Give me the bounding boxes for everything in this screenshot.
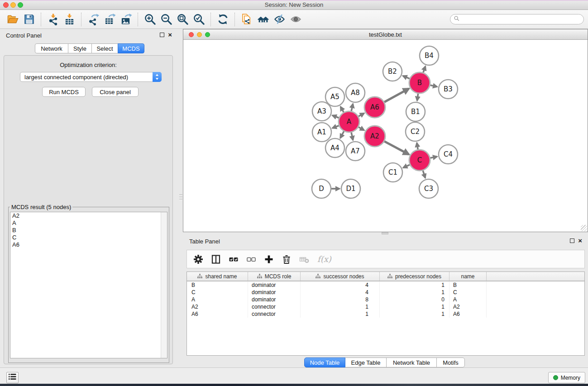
cell-shared-name[interactable]: A6 [187, 310, 248, 318]
import-table-button[interactable] [61, 12, 77, 27]
graph-node-C4[interactable]: C4 [439, 145, 458, 164]
graph-node-A6[interactable]: A6 [364, 97, 385, 118]
graph-edge-A-A2[interactable] [358, 127, 364, 130]
graph-edge-A6-B[interactable] [384, 89, 409, 102]
cell-MCDS-role[interactable]: connector [248, 303, 301, 310]
cell-shared-name[interactable]: C [187, 289, 248, 296]
graph-node-C1[interactable]: C1 [383, 163, 402, 182]
memory-button[interactable]: Memory [548, 372, 585, 383]
mcds-result-item[interactable]: C [10, 234, 167, 241]
mcds-result-list[interactable]: A2ABCA6 [10, 212, 167, 358]
table-row[interactable]: A2connector11A2 [187, 303, 584, 310]
column-header-name[interactable]: name [449, 272, 487, 281]
tab-network[interactable]: Network [35, 43, 68, 53]
close-table-panel-icon[interactable]: × [578, 238, 582, 243]
cell-shared-name[interactable]: A2 [187, 303, 248, 310]
cell-successor-nodes[interactable]: 4 [301, 289, 380, 296]
close-panel-icon[interactable]: × [168, 33, 172, 37]
graph-edge-C-C3[interactable] [423, 170, 425, 178]
cell-MCDS-role[interactable]: dominator [248, 296, 301, 303]
import-network-button[interactable] [45, 12, 61, 27]
graph-node-A1[interactable]: A1 [312, 123, 331, 142]
table-row[interactable]: Adominator80A [187, 296, 584, 303]
table-row[interactable]: Cdominator41C [187, 289, 584, 296]
criterion-dropdown[interactable]: largest connected component (directed) [20, 72, 162, 82]
graph-node-A2[interactable]: A2 [364, 126, 385, 147]
zoom-selected-button[interactable] [191, 12, 207, 27]
export-table-button[interactable] [101, 12, 118, 27]
delete-column-icon[interactable] [299, 254, 309, 264]
add-row-icon[interactable] [264, 254, 274, 264]
function-icon[interactable]: f(x) [317, 254, 333, 264]
export-network-button[interactable] [85, 12, 101, 27]
split-columns-icon[interactable] [211, 254, 221, 264]
cell-name[interactable]: C [449, 289, 487, 296]
cell-successor-nodes[interactable]: 1 [301, 310, 380, 318]
graph-edge-A-A6[interactable] [358, 113, 364, 117]
tab-node-table[interactable]: Node Table [304, 357, 345, 367]
graph-node-A5[interactable]: A5 [325, 87, 344, 106]
cell-MCDS-role[interactable]: dominator [248, 289, 301, 296]
resize-grip-icon[interactable] [581, 225, 587, 231]
graph-edge-B-B4[interactable] [423, 67, 425, 73]
graph-node-B2[interactable]: B2 [383, 62, 402, 81]
home-view-button[interactable] [255, 12, 271, 27]
graph-edge-A-A7[interactable] [351, 132, 353, 140]
export-image-button[interactable] [118, 12, 134, 27]
graph-edge-C-C1[interactable] [403, 165, 410, 168]
hide-panel-button[interactable] [271, 12, 287, 27]
cell-name[interactable]: A2 [449, 303, 487, 310]
search-box[interactable] [450, 14, 584, 24]
cell-name[interactable]: A [449, 296, 487, 303]
graph-node-A8[interactable]: A8 [346, 83, 365, 102]
mcds-result-item[interactable]: A [10, 219, 167, 227]
cell-predecessor-nodes[interactable]: 1 [380, 303, 449, 310]
graph-node-C2[interactable]: C2 [406, 122, 425, 141]
task-history-button[interactable] [6, 372, 19, 383]
mcds-result-item[interactable]: A2 [10, 212, 167, 219]
tab-edge-table[interactable]: Edge Table [345, 357, 387, 367]
graph-edge-A2-C[interactable] [384, 141, 409, 154]
graph-edge-A-A5[interactable] [340, 107, 344, 113]
save-button[interactable] [21, 12, 37, 27]
network-window-titlebar[interactable]: testGlobe.txt [183, 29, 588, 40]
graph-edge-B-B3[interactable] [430, 85, 437, 87]
vertical-splitter-handle[interactable] [179, 194, 182, 201]
column-header-MCDS-role[interactable]: MCDS role [248, 272, 301, 281]
mcds-result-item[interactable]: A6 [10, 241, 167, 248]
column-header-shared-name[interactable]: shared name [187, 272, 248, 281]
horizontal-splitter-handle[interactable] [382, 232, 388, 234]
cell-successor-nodes[interactable]: 8 [301, 296, 380, 303]
cell-predecessor-nodes[interactable]: 0 [380, 296, 449, 303]
float-panel-icon[interactable] [160, 33, 164, 37]
network-graph[interactable]: B4B2BB3A5A8A6A3AB1A1A2C2A4A7C4CC1C3DD1 [183, 40, 588, 232]
graph-node-C[interactable]: C [409, 150, 430, 171]
deselect-all-icon[interactable] [246, 254, 256, 264]
graph-edge-A-A4[interactable] [340, 131, 344, 138]
graph-node-A7[interactable]: A7 [346, 142, 365, 161]
run-mcds-button[interactable]: Run MCDS [42, 87, 86, 97]
graph-edge-C-C4[interactable] [430, 157, 437, 158]
graph-node-B[interactable]: B [409, 72, 430, 93]
gear-icon[interactable] [193, 254, 203, 264]
cell-predecessor-nodes[interactable]: 1 [380, 310, 449, 318]
tab-select[interactable]: Select [91, 43, 118, 53]
graph-edge-B-B1[interactable] [417, 93, 418, 100]
graph-edge-B-B2[interactable] [403, 76, 410, 79]
graph-node-B4[interactable]: B4 [420, 46, 439, 65]
table-row[interactable]: Bdominator41B [187, 281, 584, 289]
zoom-out-button[interactable] [158, 12, 174, 27]
close-panel-button[interactable]: Close panel [92, 87, 139, 97]
cell-name[interactable]: B [449, 281, 487, 289]
tab-network-table[interactable]: Network Table [386, 357, 437, 367]
select-all-icon[interactable] [229, 254, 239, 264]
graph-edge-A-A8[interactable] [351, 104, 353, 111]
tab-style[interactable]: Style [68, 43, 92, 53]
cell-shared-name[interactable]: A [187, 296, 248, 303]
cell-MCDS-role[interactable]: connector [248, 310, 301, 318]
graph-node-B1[interactable]: B1 [406, 102, 425, 121]
graph-node-D1[interactable]: D1 [341, 179, 360, 198]
network-from-file-button[interactable] [239, 12, 255, 27]
open-file-button[interactable] [5, 12, 21, 27]
zoom-in-button[interactable] [142, 12, 158, 27]
